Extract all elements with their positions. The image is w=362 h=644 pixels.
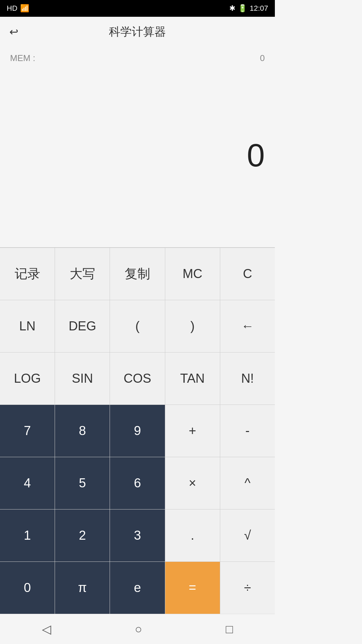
open-paren-button[interactable]: ( xyxy=(110,300,165,352)
clear-button[interactable]: C xyxy=(220,248,275,300)
key-row-2: LOGSINCOSTANN! xyxy=(0,353,275,405)
decimal-button[interactable]: . xyxy=(165,509,220,561)
mem-row: MEM : 0 xyxy=(10,47,265,63)
key-row-3: 789+- xyxy=(0,405,275,457)
key-row-0: 记录大写复制MCC xyxy=(0,248,275,300)
app-title: 科学计算器 xyxy=(109,24,166,40)
status-left: HD 📶 xyxy=(7,4,29,13)
multiply-button[interactable]: × xyxy=(165,457,220,509)
signal-icon: 📶 xyxy=(20,4,29,13)
equals-button[interactable]: = xyxy=(165,562,220,614)
keypad: 记录大写复制MCCLNDEG()←LOGSINCOSTANN!789+-456×… xyxy=(0,247,275,614)
hd-indicator: HD xyxy=(7,4,17,13)
plus-button[interactable]: + xyxy=(165,405,220,457)
divide-button[interactable]: ÷ xyxy=(220,562,275,614)
seven-button[interactable]: 7 xyxy=(0,405,55,457)
mc-button[interactable]: MC xyxy=(165,248,220,300)
main-display: 0 xyxy=(10,63,265,247)
mem-value: 0 xyxy=(260,53,265,63)
display-area: MEM : 0 0 xyxy=(0,47,275,247)
key-row-1: LNDEG()← xyxy=(0,300,275,353)
status-bar: HD 📶 ✱ 🔋 12:07 xyxy=(0,0,275,17)
nav-home-button[interactable]: ○ xyxy=(135,622,142,636)
copy-button[interactable]: 复制 xyxy=(110,248,165,300)
key-row-5: 123.√ xyxy=(0,509,275,562)
nav-recent-button[interactable]: □ xyxy=(226,622,233,636)
cos-button[interactable]: COS xyxy=(110,353,165,405)
zero-button[interactable]: 0 xyxy=(0,562,55,614)
nav-bar: ◁ ○ □ xyxy=(0,614,275,644)
minus-button[interactable]: - xyxy=(220,405,275,457)
back-button[interactable]: ↩ xyxy=(9,25,18,38)
close-paren-button[interactable]: ) xyxy=(165,300,220,352)
main-value: 0 xyxy=(247,137,265,174)
eight-button[interactable]: 8 xyxy=(55,405,110,457)
power-button[interactable]: ^ xyxy=(220,457,275,509)
two-button[interactable]: 2 xyxy=(55,509,110,561)
log-button[interactable]: LOG xyxy=(0,353,55,405)
deg-button[interactable]: DEG xyxy=(55,300,110,352)
bluetooth-icon: ✱ xyxy=(229,4,235,13)
one-button[interactable]: 1 xyxy=(0,509,55,561)
tan-button[interactable]: TAN xyxy=(165,353,220,405)
four-button[interactable]: 4 xyxy=(0,457,55,509)
five-button[interactable]: 5 xyxy=(55,457,110,509)
backspace-button[interactable]: ← xyxy=(220,300,275,352)
key-row-4: 456×^ xyxy=(0,457,275,509)
history-button[interactable]: 记录 xyxy=(0,248,55,300)
three-button[interactable]: 3 xyxy=(110,509,165,561)
sin-button[interactable]: SIN xyxy=(55,353,110,405)
title-bar: ↩ 科学计算器 xyxy=(0,17,275,47)
six-button[interactable]: 6 xyxy=(110,457,165,509)
battery-icon: 🔋 xyxy=(238,4,247,13)
ln-button[interactable]: LN xyxy=(0,300,55,352)
uppercase-button[interactable]: 大写 xyxy=(55,248,110,300)
key-row-6: 0πe=÷ xyxy=(0,562,275,614)
factorial-button[interactable]: N! xyxy=(220,353,275,405)
sqrt-button[interactable]: √ xyxy=(220,509,275,561)
status-right: ✱ 🔋 12:07 xyxy=(229,4,268,13)
nav-back-button[interactable]: ◁ xyxy=(42,622,51,636)
mem-label: MEM : xyxy=(10,53,35,63)
euler-button[interactable]: e xyxy=(110,562,165,614)
nine-button[interactable]: 9 xyxy=(110,405,165,457)
clock: 12:07 xyxy=(250,4,268,13)
pi-button[interactable]: π xyxy=(55,562,110,614)
